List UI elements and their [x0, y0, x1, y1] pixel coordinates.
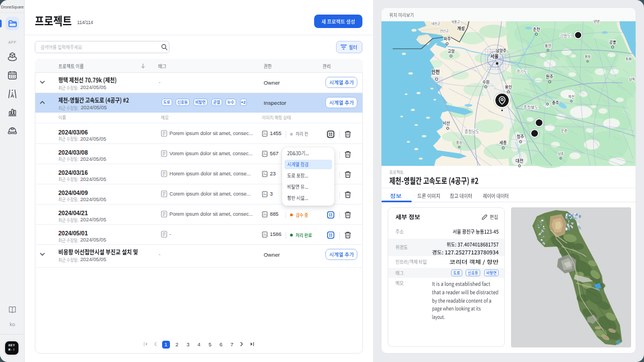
- svg-text:A: A: [11, 93, 15, 99]
